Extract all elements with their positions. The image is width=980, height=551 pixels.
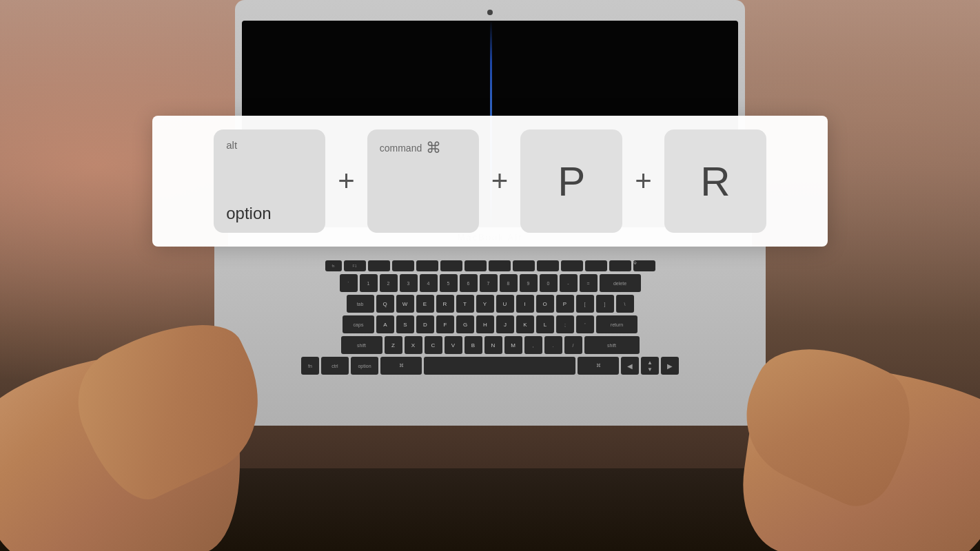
key-f10 bbox=[561, 260, 583, 271]
key-return: return bbox=[596, 315, 637, 333]
option-key-display: alt option bbox=[214, 129, 325, 233]
key-a: A bbox=[376, 315, 394, 333]
key-b: B bbox=[465, 336, 482, 354]
key-comma: , bbox=[524, 336, 542, 354]
key-i: I bbox=[516, 295, 534, 313]
key-delete: delete bbox=[600, 274, 641, 292]
key-f12 bbox=[609, 260, 631, 271]
p-key-letter: P bbox=[558, 158, 585, 205]
r-key-letter: R bbox=[700, 158, 730, 205]
key-v: V bbox=[445, 336, 462, 354]
key-tab: tab bbox=[347, 295, 374, 313]
key-4: 4 bbox=[420, 274, 438, 292]
key-f2 bbox=[368, 260, 390, 271]
key-f1: F1 bbox=[344, 260, 366, 271]
key-ctrl: ctrl bbox=[321, 357, 349, 375]
option-key-bottom-label: option bbox=[226, 204, 313, 223]
key-3: 3 bbox=[400, 274, 418, 292]
key-1: 1 bbox=[360, 274, 378, 292]
key-rbracket: ] bbox=[596, 295, 614, 313]
key-k: K bbox=[516, 315, 534, 333]
key-x: X bbox=[405, 336, 422, 354]
key-f4 bbox=[416, 260, 438, 271]
key-minus: - bbox=[560, 274, 578, 292]
command-symbol: ⌘ bbox=[426, 139, 441, 157]
key-fn: fn bbox=[325, 260, 342, 271]
key-right: ▶ bbox=[661, 357, 679, 375]
key-left: ◀ bbox=[621, 357, 639, 375]
key-7: 7 bbox=[480, 274, 498, 292]
key-9: 9 bbox=[520, 274, 538, 292]
key-period: . bbox=[544, 336, 562, 354]
keyboard-keys: fn F1 ⏻ ` 1 2 3 4 5 6 7 8 9 0 bbox=[256, 260, 724, 375]
command-key-display: command ⌘ bbox=[367, 129, 479, 233]
key-0: 0 bbox=[540, 274, 558, 292]
key-s: S bbox=[396, 315, 414, 333]
key-equals: = bbox=[580, 274, 598, 292]
key-q: Q bbox=[376, 295, 394, 313]
key-m: M bbox=[504, 336, 522, 354]
plus-sign-1: + bbox=[338, 165, 355, 198]
key-d: D bbox=[416, 315, 434, 333]
key-g: G bbox=[456, 315, 474, 333]
plus-sign-3: + bbox=[635, 165, 652, 198]
key-e: E bbox=[416, 295, 434, 313]
key-backtick: ` bbox=[340, 274, 358, 292]
key-c: C bbox=[425, 336, 442, 354]
option-key-top-label: alt bbox=[226, 139, 313, 151]
key-o: O bbox=[536, 295, 554, 313]
key-h: H bbox=[476, 315, 494, 333]
key-opt: option bbox=[351, 357, 378, 375]
key-backslash: \ bbox=[616, 295, 634, 313]
r-key-display: R bbox=[664, 129, 766, 233]
key-2: 2 bbox=[380, 274, 398, 292]
key-capslock: caps bbox=[343, 315, 374, 333]
key-f5 bbox=[440, 260, 462, 271]
key-semicolon: ; bbox=[556, 315, 574, 333]
desk-surface bbox=[0, 468, 980, 551]
key-l: L bbox=[536, 315, 554, 333]
key-w: W bbox=[396, 295, 414, 313]
key-lbracket: [ bbox=[576, 295, 594, 313]
key-f6 bbox=[465, 260, 487, 271]
p-key-display: P bbox=[520, 129, 622, 233]
key-lshift: shift bbox=[341, 336, 382, 354]
key-6: 6 bbox=[460, 274, 478, 292]
key-n: N bbox=[484, 336, 502, 354]
key-y: Y bbox=[476, 295, 494, 313]
key-power: ⏻ bbox=[633, 260, 655, 271]
command-key-top-label: command ⌘ bbox=[380, 139, 467, 157]
key-f11 bbox=[585, 260, 607, 271]
key-fn-bottom: fn bbox=[301, 357, 319, 375]
key-updown: ▲ ▼ bbox=[641, 357, 659, 375]
keyboard-tray: fn F1 ⏻ ` 1 2 3 4 5 6 7 8 9 0 bbox=[214, 247, 766, 426]
key-8: 8 bbox=[500, 274, 518, 292]
laptop-camera bbox=[487, 10, 493, 15]
key-f: F bbox=[436, 315, 454, 333]
key-r: R bbox=[436, 295, 454, 313]
key-u: U bbox=[496, 295, 514, 313]
key-f8 bbox=[513, 260, 535, 271]
plus-sign-2: + bbox=[491, 165, 509, 198]
key-5: 5 bbox=[440, 274, 458, 292]
key-slash: / bbox=[564, 336, 582, 354]
key-j: J bbox=[496, 315, 514, 333]
key-t: T bbox=[456, 295, 474, 313]
shortcut-overlay: alt option + command ⌘ + P + R bbox=[152, 116, 828, 247]
key-f3 bbox=[392, 260, 414, 271]
key-p: P bbox=[556, 295, 574, 313]
key-f7 bbox=[489, 260, 511, 271]
key-rshift: shift bbox=[584, 336, 640, 354]
key-quote: ' bbox=[576, 315, 594, 333]
key-f9 bbox=[537, 260, 559, 271]
key-z: Z bbox=[385, 336, 402, 354]
key-lcmd: ⌘ bbox=[380, 357, 422, 375]
key-rcmd: ⌘ bbox=[578, 357, 619, 375]
key-space bbox=[424, 357, 575, 375]
